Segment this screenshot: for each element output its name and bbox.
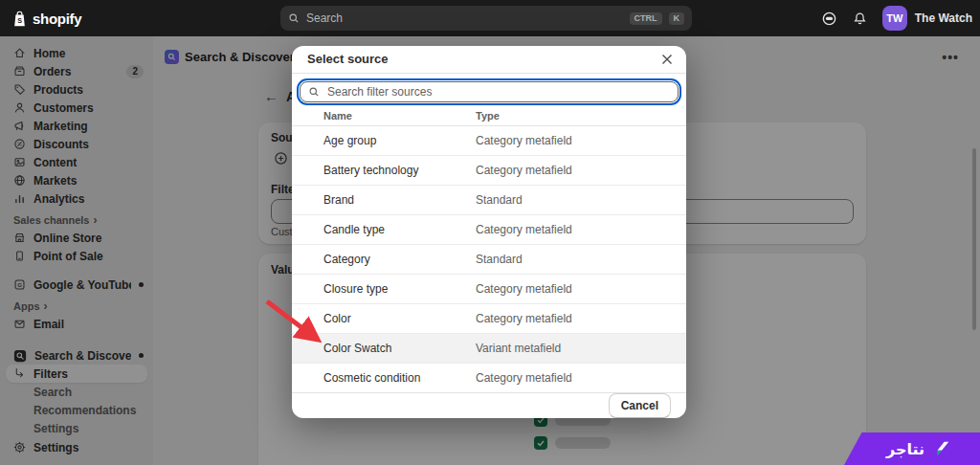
search-icon (308, 86, 320, 98)
notifications-bell-icon[interactable] (853, 11, 867, 26)
filter-source-search[interactable] (300, 81, 679, 102)
table-row[interactable]: CategoryStandard (292, 245, 686, 275)
table-row[interactable]: Cosmetic conditionCategory metafield (292, 364, 686, 392)
table-row[interactable]: Color SwatchVariant metafield (292, 334, 686, 364)
row-type: Standard (476, 193, 523, 207)
row-type: Category metafield (476, 134, 572, 147)
modal-title: Select source (307, 52, 389, 66)
shopify-wordmark: shopify (33, 11, 81, 27)
annotation-arrow (260, 295, 337, 354)
row-name: Candle type (292, 223, 476, 236)
row-type: Category metafield (476, 371, 572, 385)
cancel-button[interactable]: Cancel (609, 393, 671, 418)
row-type: Category metafield (476, 223, 572, 236)
global-search-placeholder: Search (306, 11, 623, 25)
topbar: S shopify Search CTRL K TW The Watch (0, 0, 980, 36)
row-name: Battery technology (292, 164, 476, 177)
sidekick-icon[interactable] (821, 11, 837, 27)
watermark-text: نتاجر (886, 440, 924, 458)
row-name: Category (292, 253, 476, 266)
row-name: Brand (292, 193, 476, 207)
close-icon[interactable] (661, 54, 673, 65)
shopify-logo[interactable]: S shopify (11, 0, 81, 36)
row-name: Age group (292, 134, 476, 147)
nataajir-watermark: نتاجر (844, 432, 980, 465)
row-type: Standard (476, 253, 523, 266)
table-row[interactable]: Closure typeCategory metafield (292, 275, 686, 304)
store-name: The Watch (915, 11, 972, 25)
ctrl-key-badge: CTRL (630, 12, 662, 25)
table-row[interactable]: Battery technologyCategory metafield (292, 156, 686, 186)
table-row[interactable]: Candle typeCategory metafield (292, 215, 686, 245)
global-search-bar[interactable]: Search CTRL K (280, 6, 692, 31)
k-key-badge: K (669, 12, 685, 25)
row-name: Closure type (292, 282, 476, 296)
row-type: Category metafield (476, 164, 572, 177)
column-header-type: Type (476, 110, 500, 122)
account-menu[interactable]: TW The Watch (882, 6, 972, 31)
nataajir-logo-icon (932, 439, 951, 458)
svg-text:S: S (17, 17, 22, 25)
source-table: Age groupCategory metafieldBattery techn… (292, 126, 686, 392)
filter-source-search-input[interactable] (325, 84, 670, 100)
row-name: Cosmetic condition (292, 371, 476, 385)
table-row[interactable]: ColorCategory metafield (292, 304, 686, 334)
search-icon (288, 12, 300, 24)
shopify-bag-icon: S (11, 10, 28, 28)
table-row[interactable]: Age groupCategory metafield (292, 126, 686, 156)
row-type: Category metafield (476, 282, 572, 296)
table-row[interactable]: BrandStandard (292, 186, 686, 215)
row-type: Category metafield (476, 312, 572, 325)
row-type: Variant metafield (476, 342, 561, 355)
select-source-modal: Select source Name Type Age groupCategor… (292, 46, 686, 418)
column-header-name: Name (292, 110, 476, 122)
avatar: TW (882, 6, 907, 31)
